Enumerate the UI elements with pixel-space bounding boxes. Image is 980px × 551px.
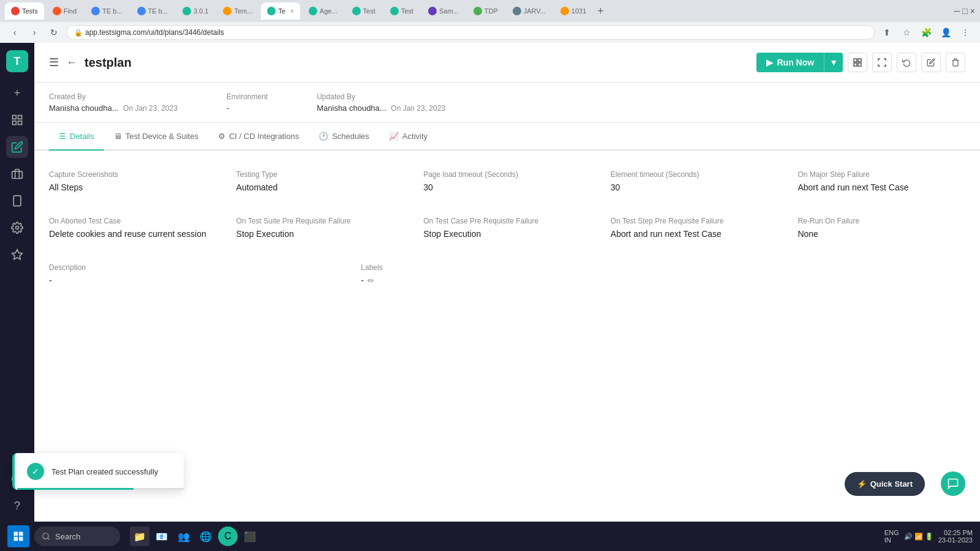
browser-tab-te1[interactable]: TE b...: [85, 2, 128, 20]
sidebar-item-plugins[interactable]: [6, 244, 28, 266]
forward-nav-button[interactable]: ›: [27, 25, 42, 40]
svg-rect-11: [858, 59, 861, 62]
address-bar[interactable]: 🔒 app.testsigma.com/ui/td/plans/3446/det…: [66, 25, 875, 40]
sidebar-item-help[interactable]: ?: [6, 495, 28, 517]
browser-tab-1031[interactable]: 1031: [554, 2, 592, 20]
run-now-button[interactable]: ▶ Run Now: [756, 53, 824, 72]
tab-schedules[interactable]: 🕐 Schedules: [309, 123, 379, 151]
created-by-value: Manisha choudha... On Jan 23, 2023: [49, 103, 178, 113]
lightning-icon: ⚡: [857, 479, 867, 489]
element-timeout-field: Element timeout (Seconds) 30: [611, 170, 778, 192]
tab-test-device[interactable]: 🖥 Test Device & Suites: [104, 123, 208, 151]
browser-tab-te2[interactable]: TE b...: [131, 2, 174, 20]
taskbar-app-explorer[interactable]: 📁: [130, 527, 149, 546]
taskbar-app-browser[interactable]: 🌐: [196, 527, 216, 546]
details-section-1: Capture Screenshots All Steps Testing Ty…: [49, 170, 965, 192]
chat-button[interactable]: [941, 471, 965, 496]
taskbar-language: ENG IN: [884, 529, 899, 544]
labels-edit-icon[interactable]: ✏: [368, 276, 374, 285]
bookmark-icon[interactable]: ☆: [899, 25, 914, 40]
hamburger-button[interactable]: ☰: [49, 56, 59, 69]
labels-value: - ✏: [361, 276, 653, 285]
grid-view-button[interactable]: [848, 53, 867, 72]
browser-tab-test2[interactable]: Test: [384, 2, 420, 20]
details-section-2: On Aborted Test Case Delete cookies and …: [49, 217, 965, 239]
environment-value: -: [227, 103, 268, 113]
browser-tab-tem[interactable]: Tem...: [217, 2, 258, 20]
sidebar-item-dashboard[interactable]: [6, 109, 28, 131]
tab-cicd[interactable]: ⚙ CI / CD Integrations: [208, 123, 309, 151]
browser-tab-active[interactable]: Te ×: [261, 2, 300, 20]
details-content: Capture Screenshots All Steps Testing Ty…: [34, 151, 980, 551]
major-step-failure-label: On Major Step Failure: [797, 170, 965, 179]
taskbar-app-term[interactable]: ⬛: [240, 527, 260, 546]
extensions-icon[interactable]: 🧩: [919, 25, 933, 40]
tab-close-icon[interactable]: ×: [290, 8, 294, 15]
browser-tab-tdp[interactable]: TDP: [467, 2, 504, 20]
new-tab-button[interactable]: +: [597, 5, 604, 18]
run-now-dropdown-button[interactable]: ▼: [824, 53, 843, 72]
taskbar-search[interactable]: Search: [34, 527, 120, 546]
tabs-bar: ☰ Details 🖥 Test Device & Suites ⚙ CI / …: [34, 123, 980, 151]
browser-tab-test1[interactable]: Test: [346, 2, 382, 20]
refresh-button[interactable]: ↻: [47, 25, 61, 40]
environment-label: Environment: [227, 92, 268, 101]
page-load-timeout-field: Page load timeout (Seconds) 30: [423, 170, 591, 192]
browser-tab-sam[interactable]: Sam...: [422, 2, 465, 20]
case-prereq-value: Stop Execution: [423, 229, 591, 239]
toast-progress-bar: [17, 488, 134, 490]
suite-prereq-field: On Test Suite Pre Requisite Failure Stop…: [236, 217, 404, 239]
browser-tab-jarv[interactable]: JARV...: [507, 2, 552, 20]
close-button[interactable]: ×: [970, 6, 975, 16]
description-field: Description -: [49, 263, 341, 285]
capture-screenshots-label: Capture Screenshots: [49, 170, 217, 179]
browser-tab-find[interactable]: Find: [47, 2, 83, 20]
toast-notification: ✓ Test Plan created successfully: [12, 453, 184, 490]
start-button[interactable]: [7, 525, 29, 547]
aborted-test-case-label: On Aborted Test Case: [49, 217, 217, 225]
sidebar-item-settings[interactable]: [6, 217, 28, 239]
history-button[interactable]: [897, 53, 916, 72]
updated-by-field: Updated By Manisha choudha... On Jan 23,…: [317, 92, 445, 113]
svg-point-14: [43, 533, 48, 539]
sidebar-item-edit[interactable]: [6, 136, 28, 158]
run-now-group: ▶ Run Now ▼: [756, 53, 843, 72]
extra-fields: Description - Labels - ✏: [49, 263, 965, 285]
element-timeout-value: 30: [611, 182, 778, 192]
tab-details[interactable]: ☰ Details: [49, 123, 104, 151]
edit-button[interactable]: [921, 53, 941, 72]
taskbar-app-chrome[interactable]: C: [218, 527, 238, 546]
browser-tab-gmail[interactable]: Tests: [5, 2, 44, 20]
step-prereq-field: On Test Step Pre Requisite Failure Abort…: [611, 217, 778, 239]
share-icon[interactable]: ⬆: [880, 25, 894, 40]
page-header: ☰ ← testplan ▶ Run Now ▼: [34, 43, 980, 83]
expand-button[interactable]: [872, 53, 892, 72]
svg-rect-3: [13, 121, 17, 125]
maximize-button[interactable]: □: [962, 6, 967, 16]
case-prereq-field: On Test Case Pre Requisite Failure Stop …: [423, 217, 591, 239]
quick-start-button[interactable]: ⚡ Quick Start: [845, 472, 925, 496]
delete-button[interactable]: [946, 53, 965, 72]
browser-tab-age[interactable]: Age...: [303, 2, 344, 20]
svg-rect-0: [13, 116, 17, 119]
page-load-timeout-value: 30: [423, 182, 591, 192]
menu-icon[interactable]: ⋮: [958, 25, 973, 40]
taskbar-clock: 02:25 PM 23-01-2023: [938, 529, 973, 544]
sidebar-item-devices[interactable]: [6, 190, 28, 212]
browser-tab-301[interactable]: 3.0.1: [176, 2, 214, 20]
testing-type-field: Testing Type Automated: [236, 170, 404, 192]
svg-rect-10: [854, 59, 857, 62]
back-button[interactable]: ←: [66, 56, 77, 69]
capture-screenshots-value: All Steps: [49, 182, 217, 192]
sidebar-item-add[interactable]: +: [6, 82, 28, 104]
sidebar-item-cases[interactable]: [6, 163, 28, 185]
taskbar-app-mail[interactable]: 📧: [152, 527, 172, 546]
taskbar-app-teams[interactable]: 👥: [174, 527, 194, 546]
profile-icon[interactable]: 👤: [938, 25, 953, 40]
tab-activity[interactable]: 📈 Activity: [379, 123, 437, 151]
suite-prereq-value: Stop Execution: [236, 229, 404, 239]
back-nav-button[interactable]: ‹: [7, 25, 22, 40]
testing-type-value: Automated: [236, 182, 404, 192]
minimize-button[interactable]: ─: [954, 6, 960, 16]
aborted-test-case-field: On Aborted Test Case Delete cookies and …: [49, 217, 217, 239]
